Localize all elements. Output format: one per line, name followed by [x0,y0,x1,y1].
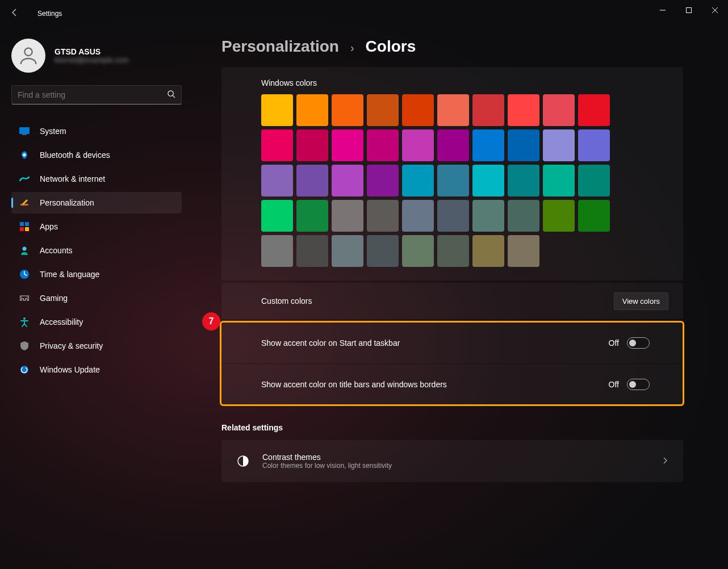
minimize-icon[interactable] [650,0,676,20]
toggle-label: Show accent color on Start and taskbar [261,338,400,348]
color-swatch[interactable] [578,94,610,126]
sidebar-item-personalization[interactable]: Personalization [11,192,182,214]
close-icon[interactable] [702,0,728,20]
search-input[interactable] [11,85,182,104]
avatar-icon [11,39,45,73]
color-swatch[interactable] [367,94,399,126]
toggle-switch[interactable] [627,379,650,390]
color-swatch[interactable] [508,200,539,232]
color-swatch[interactable] [332,165,363,196]
color-swatch[interactable] [296,129,328,161]
color-swatch[interactable] [367,235,399,267]
svg-rect-5 [19,127,30,134]
color-swatch[interactable] [402,165,434,196]
nav-icon [19,365,30,375]
sidebar-item-network-internet[interactable]: Network & internet [11,168,182,190]
contrast-themes-row[interactable]: Contrast themes Color themes for low vis… [221,440,683,482]
color-swatch[interactable] [402,129,434,161]
back-icon[interactable] [10,8,19,19]
sidebar-item-label: Personalization [40,198,94,207]
search-field[interactable] [18,90,167,99]
color-swatch[interactable] [472,235,504,267]
color-swatch[interactable] [296,200,328,232]
color-swatch[interactable] [472,200,504,232]
view-colors-button[interactable]: View colors [614,292,668,310]
color-swatch[interactable] [332,235,363,267]
color-swatch[interactable] [578,200,610,232]
color-swatch[interactable] [472,129,504,161]
color-swatch[interactable] [437,94,469,126]
color-swatch[interactable] [543,129,575,161]
color-swatch[interactable] [508,94,539,126]
sidebar-item-privacy-security[interactable]: Privacy & security [11,335,182,357]
color-swatch[interactable] [261,235,293,267]
sidebar-item-label: Time & language [40,270,99,279]
contrast-icon [236,454,250,468]
color-swatch[interactable] [543,165,575,196]
color-swatch[interactable] [367,165,399,196]
sidebar-item-accounts[interactable]: Accounts [11,240,182,261]
color-swatch[interactable] [367,200,399,232]
color-swatch[interactable] [332,129,363,161]
color-swatch[interactable] [402,94,434,126]
color-swatch[interactable] [543,94,575,126]
svg-rect-8 [20,204,28,206]
color-swatch[interactable] [472,165,504,196]
search-icon[interactable] [167,90,175,100]
window-controls [650,0,728,20]
sidebar-item-label: Bluetooth & devices [40,150,110,160]
sidebar: GTSD ASUS blurred@example.com System✱Blu… [0,27,193,569]
sidebar-item-bluetooth-devices[interactable]: ✱Bluetooth & devices [11,144,182,166]
svg-rect-6 [22,134,27,135]
color-swatch[interactable] [508,129,539,161]
toggle-label: Show accent color on title bars and wind… [261,380,447,389]
color-swatch[interactable] [472,94,504,126]
toggle-switch[interactable] [627,337,650,349]
color-swatch[interactable] [332,200,363,232]
color-swatch[interactable] [261,94,293,126]
color-swatch[interactable] [261,165,293,196]
windows-colors-panel: Windows colors [221,67,683,281]
custom-colors-row: Custom colors View colors [221,283,683,319]
sidebar-item-time-language[interactable]: Time & language [11,263,182,285]
color-swatch[interactable] [332,94,363,126]
breadcrumb-parent[interactable]: Personalization [221,37,339,56]
svg-point-15 [21,297,22,298]
sidebar-item-system[interactable]: System [11,120,182,142]
color-swatch[interactable] [578,165,610,196]
app-title: Settings [37,10,62,18]
color-swatch[interactable] [296,165,328,196]
sidebar-item-apps[interactable]: Apps [11,216,182,237]
color-swatch[interactable] [508,165,539,196]
color-swatch[interactable] [402,235,434,267]
profile[interactable]: GTSD ASUS blurred@example.com [11,39,182,73]
sidebar-item-accessibility[interactable]: Accessibility [11,311,182,333]
sidebar-item-label: Accounts [40,246,73,255]
sidebar-item-label: Windows Update [40,365,100,374]
svg-rect-11 [20,227,24,231]
color-swatch[interactable] [261,200,293,232]
color-swatch[interactable] [437,129,469,161]
color-swatch[interactable] [261,129,293,161]
nav-icon [19,293,30,303]
color-swatch[interactable] [402,200,434,232]
sidebar-item-gaming[interactable]: Gaming [11,287,182,309]
profile-email: blurred@example.com [55,56,128,64]
color-swatch[interactable] [437,165,469,196]
sidebar-item-windows-update[interactable]: Windows Update [11,359,182,380]
color-swatch[interactable] [437,200,469,232]
maximize-icon[interactable] [676,0,702,20]
color-swatch[interactable] [296,94,328,126]
color-swatch[interactable] [543,200,575,232]
color-swatch[interactable] [578,129,610,161]
svg-rect-10 [25,222,29,226]
nav: System✱Bluetooth & devicesNetwork & inte… [11,120,182,380]
color-swatch[interactable] [296,235,328,267]
highlight-step: 7 Show accent color on Start and taskbar… [220,321,684,406]
sidebar-item-label: Apps [40,222,58,231]
color-swatch[interactable] [367,129,399,161]
svg-point-17 [23,317,26,320]
sidebar-item-label: Privacy & security [40,341,103,350]
color-swatch[interactable] [437,235,469,267]
color-swatch[interactable] [508,235,539,267]
